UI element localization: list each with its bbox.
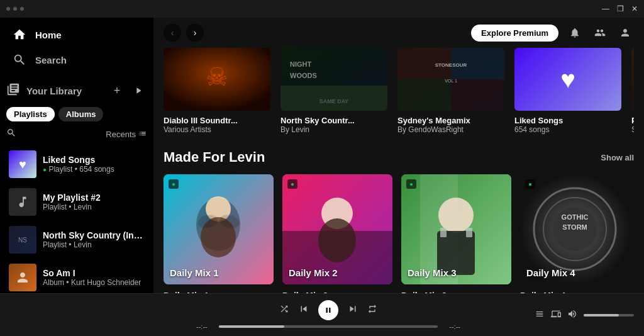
friends-button[interactable] xyxy=(591,24,609,42)
svg-rect-14 xyxy=(631,48,634,111)
playlist2-name: My Playlist #2 xyxy=(43,193,145,203)
library-search-icon[interactable] xyxy=(6,128,16,140)
section-title-made-for: Made For Levin xyxy=(164,149,265,165)
progress-track[interactable] xyxy=(219,325,438,328)
library-actions: + xyxy=(108,82,147,99)
volume-button[interactable] xyxy=(567,309,577,321)
diablo-title: Diablo III Soundtr... xyxy=(164,116,270,125)
svg-point-37 xyxy=(318,218,356,262)
recents-label[interactable]: Recents xyxy=(106,130,147,139)
mix-card-1[interactable]: ● Daily Mix 1 Daily Mix 1 Josh Whelchel,… xyxy=(164,174,274,293)
show-all-button[interactable]: Show all xyxy=(601,153,634,162)
card-liked[interactable]: ♥ Liked Songs 654 songs xyxy=(514,48,621,134)
sidebar-item-home[interactable]: Home xyxy=(6,23,147,47)
sydney-sub: By GendoWasRight xyxy=(397,125,504,134)
sidebar-item-search[interactable]: Search xyxy=(6,48,147,72)
title-dot-3 xyxy=(20,7,24,11)
header-right: Explore Premium xyxy=(471,24,634,42)
main-header: ‹ › Explore Premium xyxy=(153,18,644,48)
svg-text:WOODS: WOODS xyxy=(290,72,317,79)
back-button[interactable]: ‹ xyxy=(164,24,181,42)
svg-text:SAME DAY: SAME DAY xyxy=(319,98,349,104)
svg-rect-11 xyxy=(451,79,504,111)
library-item-northsky[interactable]: NS North Sky Country (In-Game) Playlist … xyxy=(3,221,151,259)
add-library-button[interactable]: + xyxy=(108,82,126,99)
svg-text:STORM: STORM xyxy=(562,223,587,231)
card-diablo[interactable]: ☠ Diablo III Soundtr... Various Artists xyxy=(164,48,270,134)
svg-rect-10 xyxy=(397,79,451,111)
liked-songs-art: ♥ xyxy=(9,150,36,178)
library-item-soami[interactable]: So Am I Album • Kurt Hugo Schneider xyxy=(3,259,151,293)
pause-button[interactable] xyxy=(318,300,338,320)
playlist2-art xyxy=(9,188,36,216)
svg-text:GOTHIC: GOTHIC xyxy=(562,213,589,221)
title-dot-2 xyxy=(13,7,17,11)
mix-card-3[interactable]: ● Daily Mix 3 Daily Mix 3 Darren Ang, Mi… xyxy=(401,174,511,293)
main-content: ‹ › Explore Premium xyxy=(153,18,644,293)
profile-button[interactable] xyxy=(616,24,634,42)
mix-card-4[interactable]: GOTHIC STORM ● Daily Mix 4 Daily Mix 4 G… xyxy=(520,174,630,293)
title-dot-1 xyxy=(6,7,10,11)
filter-playlists[interactable]: Playlists xyxy=(6,107,55,121)
card-sydney[interactable]: STONESOUR VOL 1 Sydney's Megamix By Gend… xyxy=(397,48,504,134)
playlist2-info: My Playlist #2 Playlist • Levin xyxy=(43,193,145,211)
liked-card-sub: 654 songs xyxy=(514,125,621,134)
mix2-num: ● xyxy=(287,179,297,189)
liked-songs-info: Liked Songs ● Playlist • 654 songs xyxy=(43,155,145,174)
heart-icon: ♥ xyxy=(560,65,575,94)
queue-button[interactable] xyxy=(535,309,545,322)
player-right xyxy=(508,309,634,322)
volume-fill xyxy=(584,314,619,316)
library-icon xyxy=(6,82,20,99)
shuffle-button[interactable] xyxy=(279,304,289,316)
card-piano[interactable]: Piano Collections Piano Collections... S… xyxy=(631,48,634,134)
sidebar-nav: Home Search xyxy=(0,18,153,77)
mix2-label: Daily Mix 2 xyxy=(289,267,338,278)
devices-button[interactable] xyxy=(551,309,561,322)
mix-card-2[interactable]: ● Daily Mix 2 Daily Mix 2 ROZEN, NobuoUe… xyxy=(282,174,392,293)
soami-name: So Am I xyxy=(43,268,145,278)
mix3-num: ● xyxy=(406,179,416,189)
close-button[interactable]: ✕ xyxy=(631,4,638,13)
next-button[interactable] xyxy=(347,303,358,317)
northsky-name: North Sky Country (In-Game) xyxy=(43,230,145,240)
library-title-area[interactable]: Your Library xyxy=(6,82,82,99)
piano-sub: SQUARE ENIX MUSIC xyxy=(631,125,634,134)
card-northsky[interactable]: NIGHT WOODS SAME DAY North Sky Countr...… xyxy=(280,48,387,134)
filter-albums[interactable]: Albums xyxy=(58,107,104,121)
library-list: ♥ Liked Songs ● Playlist • 654 songs My xyxy=(0,143,153,293)
playlist2-sub: Playlist • Levin xyxy=(43,203,145,211)
northsky-card-title: North Sky Countr... xyxy=(280,116,387,125)
maximize-button[interactable]: ❐ xyxy=(617,4,624,13)
title-bar-controls: — ❐ ✕ xyxy=(602,4,638,13)
expand-library-button[interactable] xyxy=(130,82,147,99)
explore-premium-button[interactable]: Explore Premium xyxy=(471,25,558,42)
title-bar-dots xyxy=(6,7,24,11)
svg-text:VOL 1: VOL 1 xyxy=(445,79,457,83)
soami-art xyxy=(9,264,36,291)
northsky-info: North Sky Country (In-Game) Playlist • L… xyxy=(43,230,145,249)
mix4-num: ● xyxy=(525,179,535,189)
piano-art: Piano Collections xyxy=(631,48,634,111)
library-title: Your Library xyxy=(26,86,82,96)
prev-button[interactable] xyxy=(298,303,309,317)
daily-mix-row: ● Daily Mix 1 Daily Mix 1 Josh Whelchel,… xyxy=(164,174,634,293)
volume-track[interactable] xyxy=(584,314,634,316)
scroll-area: ☠ Diablo III Soundtr... Various Artists … xyxy=(153,48,644,293)
notifications-button[interactable] xyxy=(566,24,584,42)
repeat-button[interactable] xyxy=(367,304,377,316)
northsky-card-art: NIGHT WOODS SAME DAY xyxy=(280,48,387,111)
forward-button[interactable]: › xyxy=(186,24,204,42)
green-dot: ● xyxy=(43,166,47,173)
sydney-art: STONESOUR VOL 1 xyxy=(397,48,504,111)
library-item-liked-songs[interactable]: ♥ Liked Songs ● Playlist • 654 songs xyxy=(3,145,151,183)
library-item-playlist2[interactable]: My Playlist #2 Playlist • Levin xyxy=(3,183,151,221)
filter-tabs: Playlists Albums xyxy=(0,103,153,125)
time-total: --:-- xyxy=(443,323,460,330)
player-controls xyxy=(279,300,377,320)
sidebar-home-label: Home xyxy=(35,30,62,40)
search-icon xyxy=(13,53,26,67)
svg-text:NIGHT: NIGHT xyxy=(290,60,312,68)
svg-text:☠: ☠ xyxy=(206,63,228,91)
minimize-button[interactable]: — xyxy=(602,4,609,13)
